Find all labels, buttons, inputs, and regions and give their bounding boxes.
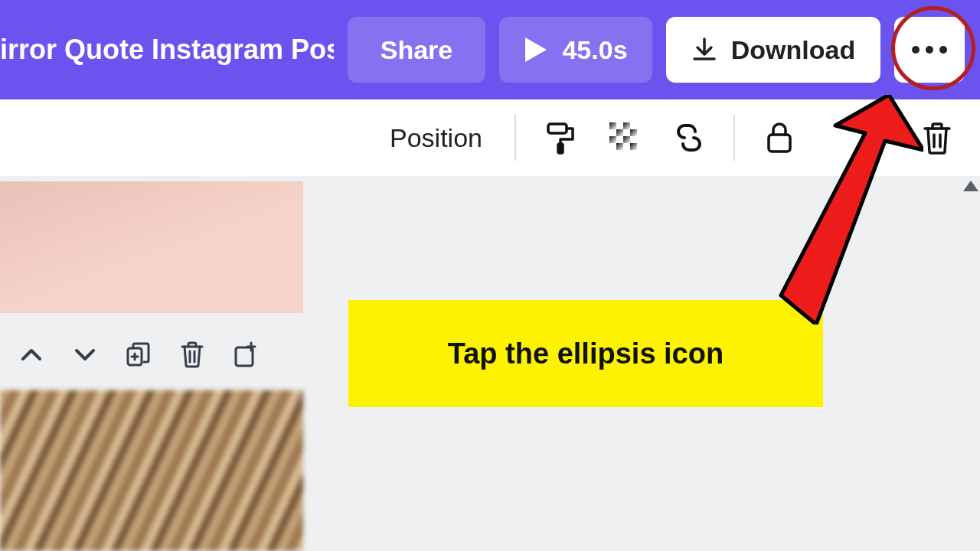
page-thumbnail[interactable] — [0, 390, 303, 551]
svg-point-2 — [926, 46, 933, 54]
annotation-callout: Tap the ellipsis icon — [348, 300, 823, 407]
lock-icon — [764, 121, 795, 155]
position-button[interactable]: Position — [390, 123, 482, 153]
download-button-label: Download — [731, 35, 855, 65]
more-menu-button[interactable] — [894, 17, 965, 83]
page-move-up-button[interactable] — [14, 337, 49, 372]
lock-button[interactable] — [760, 118, 799, 158]
link-icon — [671, 122, 707, 153]
svg-point-1 — [912, 46, 920, 54]
download-icon — [691, 37, 717, 63]
delete-button[interactable] — [917, 118, 957, 158]
trash-icon — [922, 121, 952, 155]
document-title[interactable]: irror Quote Instagram Post — [0, 34, 334, 66]
play-preview-button[interactable]: 45.0s — [499, 17, 652, 83]
svg-rect-4 — [548, 124, 567, 133]
delete-page-button[interactable] — [175, 337, 210, 372]
scrollbar-up-arrow[interactable] — [963, 181, 978, 191]
svg-rect-13 — [630, 143, 637, 150]
canvas-element[interactable] — [0, 181, 303, 313]
page-move-down-button[interactable] — [67, 337, 103, 372]
toolbar-divider — [733, 115, 735, 161]
play-icon — [524, 36, 548, 64]
share-button[interactable]: Share — [348, 17, 485, 83]
duplicate-page-button[interactable] — [121, 337, 156, 372]
svg-rect-10 — [609, 136, 616, 143]
toolbar-divider — [514, 115, 516, 161]
svg-rect-11 — [623, 136, 630, 143]
duplicate-icon — [126, 341, 152, 367]
link-button[interactable] — [669, 118, 709, 158]
add-page-button[interactable] — [228, 337, 263, 372]
contextual-toolbar: Position — [0, 99, 980, 176]
app-header: irror Quote Instagram Post Share 45.0s D… — [0, 0, 980, 99]
svg-rect-12 — [616, 143, 623, 150]
svg-rect-5 — [558, 144, 563, 153]
svg-rect-14 — [769, 135, 790, 152]
svg-rect-8 — [616, 129, 623, 136]
trash-icon — [180, 341, 204, 368]
svg-point-3 — [939, 46, 947, 54]
svg-rect-7 — [623, 122, 630, 129]
ellipsis-icon — [910, 44, 949, 55]
transparency-button[interactable] — [605, 118, 645, 158]
paint-roller-icon — [544, 121, 577, 155]
svg-rect-6 — [609, 122, 616, 129]
share-button-label: Share — [381, 35, 453, 65]
play-duration-label: 45.0s — [562, 35, 627, 65]
annotation-callout-text: Tap the ellipsis icon — [448, 337, 724, 370]
download-button[interactable]: Download — [666, 17, 880, 83]
chevron-down-icon — [74, 347, 96, 362]
transparency-icon — [608, 121, 642, 155]
page-controls — [0, 337, 263, 372]
svg-rect-9 — [630, 129, 637, 136]
chevron-up-icon — [20, 347, 43, 362]
format-painter-button[interactable] — [541, 118, 580, 158]
add-page-icon — [233, 341, 259, 367]
svg-marker-0 — [525, 37, 547, 62]
